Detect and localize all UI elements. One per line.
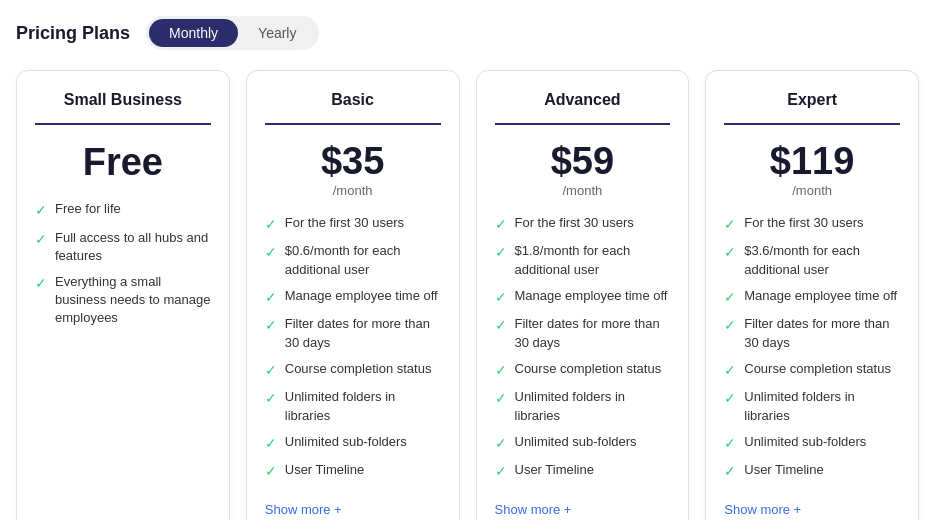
feature-text: Manage employee time off [515, 287, 668, 305]
check-icon: ✓ [265, 288, 277, 308]
feature-item: ✓ Unlimited folders in libraries [495, 388, 671, 424]
features-list: ✓ Free for life ✓ Full access to all hub… [35, 200, 211, 519]
feature-item: ✓ Manage employee time off [724, 287, 900, 308]
feature-item: ✓ $1.8/month for each additional user [495, 242, 671, 278]
plan-price-advanced: $59 /month [495, 141, 671, 198]
feature-item: ✓ Unlimited sub-folders [724, 433, 900, 454]
check-icon: ✓ [265, 215, 277, 235]
feature-text: For the first 30 users [515, 214, 634, 232]
feature-text: Unlimited sub-folders [515, 433, 637, 451]
feature-item: ✓ Unlimited sub-folders [265, 433, 441, 454]
feature-text: For the first 30 users [285, 214, 404, 232]
feature-item: ✓ Unlimited sub-folders [495, 433, 671, 454]
plan-name-advanced: Advanced [495, 91, 671, 125]
plan-name-small-business: Small Business [35, 91, 211, 125]
feature-item: ✓ Manage employee time off [495, 287, 671, 308]
plan-price-small-business: Free [35, 141, 211, 184]
price-amount-basic: $35 [265, 141, 441, 183]
feature-text: User Timeline [285, 461, 364, 479]
feature-text: Unlimited folders in libraries [285, 388, 441, 424]
check-icon: ✓ [495, 462, 507, 482]
feature-text: Manage employee time off [744, 287, 897, 305]
price-period-advanced: /month [495, 183, 671, 198]
price-period-expert: /month [724, 183, 900, 198]
features-list: ✓ For the first 30 users ✓ $3.6/month fo… [724, 214, 900, 490]
show-more-link-basic[interactable]: Show more + [265, 502, 441, 517]
feature-item: ✓ For the first 30 users [495, 214, 671, 235]
feature-text: Course completion status [285, 360, 432, 378]
features-list: ✓ For the first 30 users ✓ $0.6/month fo… [265, 214, 441, 490]
check-icon: ✓ [265, 316, 277, 336]
check-icon: ✓ [495, 434, 507, 454]
feature-item: ✓ Course completion status [724, 360, 900, 381]
feature-text: Free for life [55, 200, 121, 218]
feature-item: ✓ $0.6/month for each additional user [265, 242, 441, 278]
check-icon: ✓ [495, 361, 507, 381]
check-icon: ✓ [35, 230, 47, 250]
plan-price-expert: $119 /month [724, 141, 900, 198]
check-icon: ✓ [495, 288, 507, 308]
check-icon: ✓ [495, 243, 507, 263]
show-more-link-advanced[interactable]: Show more + [495, 502, 671, 517]
yearly-toggle[interactable]: Yearly [238, 19, 316, 47]
check-icon: ✓ [495, 389, 507, 409]
feature-text: For the first 30 users [744, 214, 863, 232]
plan-card-small-business: Small Business Free ✓ Free for life ✓ Fu… [16, 70, 230, 520]
feature-text: User Timeline [744, 461, 823, 479]
check-icon: ✓ [265, 389, 277, 409]
plan-card-advanced: Advanced $59 /month ✓ For the first 30 u… [476, 70, 690, 520]
check-icon: ✓ [495, 316, 507, 336]
feature-text: Filter dates for more than 30 days [744, 315, 900, 351]
check-icon: ✓ [265, 434, 277, 454]
check-icon: ✓ [724, 361, 736, 381]
check-icon: ✓ [495, 215, 507, 235]
check-icon: ✓ [724, 288, 736, 308]
plan-name-basic: Basic [265, 91, 441, 125]
billing-toggle[interactable]: Monthly Yearly [146, 16, 319, 50]
plan-price-basic: $35 /month [265, 141, 441, 198]
feature-item: ✓ Full access to all hubs and features [35, 229, 211, 265]
feature-text: Everything a small business needs to man… [55, 273, 211, 328]
feature-item: ✓ User Timeline [265, 461, 441, 482]
check-icon: ✓ [265, 462, 277, 482]
feature-text: Unlimited sub-folders [285, 433, 407, 451]
plans-grid: Small Business Free ✓ Free for life ✓ Fu… [16, 70, 919, 520]
feature-text: Unlimited sub-folders [744, 433, 866, 451]
feature-item: ✓ Filter dates for more than 30 days [265, 315, 441, 351]
price-period-basic: /month [265, 183, 441, 198]
plan-card-expert: Expert $119 /month ✓ For the first 30 us… [705, 70, 919, 520]
check-icon: ✓ [265, 243, 277, 263]
feature-text: Manage employee time off [285, 287, 438, 305]
feature-text: $0.6/month for each additional user [285, 242, 441, 278]
check-icon: ✓ [724, 316, 736, 336]
check-icon: ✓ [724, 434, 736, 454]
feature-item: ✓ Filter dates for more than 30 days [495, 315, 671, 351]
check-icon: ✓ [724, 215, 736, 235]
feature-text: Course completion status [744, 360, 891, 378]
price-amount-expert: $119 [724, 141, 900, 183]
show-more-link-expert[interactable]: Show more + [724, 502, 900, 517]
feature-text: $1.8/month for each additional user [515, 242, 671, 278]
feature-item: ✓ Course completion status [495, 360, 671, 381]
feature-item: ✓ Unlimited folders in libraries [265, 388, 441, 424]
plan-name-expert: Expert [724, 91, 900, 125]
feature-text: Unlimited folders in libraries [744, 388, 900, 424]
monthly-toggle[interactable]: Monthly [149, 19, 238, 47]
feature-item: ✓ Everything a small business needs to m… [35, 273, 211, 328]
feature-item: ✓ Manage employee time off [265, 287, 441, 308]
check-icon: ✓ [724, 389, 736, 409]
feature-text: Filter dates for more than 30 days [515, 315, 671, 351]
page-title: Pricing Plans [16, 23, 130, 44]
feature-text: User Timeline [515, 461, 594, 479]
feature-text: $3.6/month for each additional user [744, 242, 900, 278]
feature-item: ✓ Free for life [35, 200, 211, 221]
feature-item: ✓ For the first 30 users [724, 214, 900, 235]
check-icon: ✓ [724, 243, 736, 263]
feature-item: ✓ Unlimited folders in libraries [724, 388, 900, 424]
plan-card-basic: Basic $35 /month ✓ For the first 30 user… [246, 70, 460, 520]
feature-text: Course completion status [515, 360, 662, 378]
check-icon: ✓ [265, 361, 277, 381]
check-icon: ✓ [724, 462, 736, 482]
feature-item: ✓ User Timeline [495, 461, 671, 482]
check-icon: ✓ [35, 201, 47, 221]
